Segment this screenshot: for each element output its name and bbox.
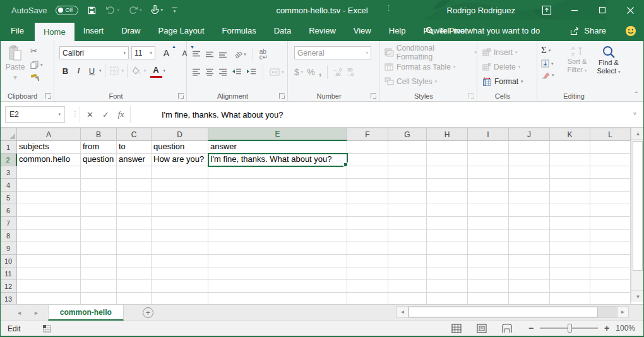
- prev-sheet-arrow[interactable]: ◄: [16, 310, 22, 316]
- cell-K10[interactable]: [550, 255, 590, 267]
- cell-I7[interactable]: [468, 217, 509, 230]
- cell-C4[interactable]: [117, 179, 152, 192]
- cell-E7[interactable]: [208, 217, 347, 230]
- cell-I2[interactable]: [468, 154, 509, 166]
- cell-B2[interactable]: question: [81, 154, 117, 166]
- cell-F5[interactable]: [347, 192, 388, 204]
- cell-C9[interactable]: [117, 242, 152, 255]
- cancel-button[interactable]: ✕: [86, 110, 93, 119]
- cell-H7[interactable]: [427, 217, 468, 230]
- cell-J6[interactable]: [509, 204, 550, 217]
- expand-formula-bar-chevron[interactable]: ˅: [633, 111, 636, 117]
- cell-G6[interactable]: [388, 204, 427, 217]
- cell-F9[interactable]: [347, 242, 388, 255]
- find-select-button[interactable]: Find & Select ▾: [594, 45, 623, 76]
- cell-D4[interactable]: [152, 179, 208, 192]
- cell-H12[interactable]: [427, 280, 468, 293]
- underline-button[interactable]: U: [86, 64, 98, 78]
- cell-F13[interactable]: [347, 293, 388, 304]
- page-layout-view-button[interactable]: [477, 324, 487, 333]
- sheet-tab-common-hello[interactable]: common-hello: [48, 305, 124, 321]
- cell-D9[interactable]: [152, 242, 208, 255]
- cell-H13[interactable]: [427, 293, 468, 304]
- row-header-4[interactable]: 4: [0, 179, 17, 192]
- cell-K2[interactable]: [550, 154, 590, 166]
- cell-K1[interactable]: [550, 141, 590, 154]
- cell-A7[interactable]: [17, 217, 81, 230]
- cell-F2[interactable]: [347, 154, 388, 166]
- row-header-1[interactable]: 1: [0, 141, 17, 154]
- cell-L8[interactable]: [590, 230, 631, 242]
- cell-I13[interactable]: [468, 293, 509, 304]
- paste-button[interactable]: Paste ▾: [4, 45, 27, 92]
- increase-font-size-button[interactable]: A▲: [160, 46, 172, 59]
- feedback-smiley-icon[interactable]: [625, 25, 636, 37]
- cell-I11[interactable]: [468, 267, 509, 280]
- cell-B5[interactable]: [81, 192, 117, 204]
- row-header-5[interactable]: 5: [0, 192, 17, 204]
- align-bottom-icon[interactable]: [218, 51, 227, 58]
- tab-review[interactable]: Review: [300, 20, 345, 41]
- cell-H3[interactable]: [427, 166, 468, 179]
- cell-A10[interactable]: [17, 255, 81, 267]
- tab-insert[interactable]: Insert: [75, 20, 113, 41]
- cell-L4[interactable]: [590, 179, 631, 192]
- increase-decimal-button[interactable]: ←.0.00: [333, 68, 342, 77]
- cell-H8[interactable]: [427, 230, 468, 242]
- cell-H5[interactable]: [427, 192, 468, 204]
- cell-I1[interactable]: [468, 141, 509, 154]
- column-header-E[interactable]: E: [208, 128, 347, 141]
- cell-G12[interactable]: [388, 280, 427, 293]
- orientation-button[interactable]: ab ▾: [234, 51, 246, 58]
- cell-F1[interactable]: [347, 141, 388, 154]
- zoom-slider[interactable]: [540, 328, 598, 329]
- sort-filter-button[interactable]: AZ Sort & Filter ▾: [563, 45, 592, 75]
- tab-file[interactable]: File: [0, 20, 35, 41]
- cell-D13[interactable]: [152, 293, 208, 304]
- cell-G13[interactable]: [388, 293, 427, 304]
- cell-L10[interactable]: [590, 255, 631, 267]
- cell-B7[interactable]: [81, 217, 117, 230]
- cell-A12[interactable]: [17, 280, 81, 293]
- cell-E4[interactable]: [208, 179, 347, 192]
- zoom-in-button[interactable]: +: [604, 323, 609, 333]
- cell-C1[interactable]: to: [117, 141, 152, 154]
- cell-J7[interactable]: [509, 217, 550, 230]
- close-button[interactable]: [616, 0, 644, 20]
- number-dialog-launcher[interactable]: [371, 93, 376, 99]
- cell-A13[interactable]: [17, 293, 81, 304]
- cell-G10[interactable]: [388, 255, 427, 267]
- column-header-B[interactable]: B: [81, 128, 117, 141]
- currency-format-button[interactable]: $▾: [294, 67, 303, 77]
- cell-H2[interactable]: [427, 154, 468, 166]
- conditional-formatting-button[interactable]: Conditional Formatting▾: [379, 45, 477, 59]
- cell-F6[interactable]: [347, 204, 388, 217]
- cut-icon[interactable]: ✂: [30, 46, 43, 56]
- cell-J3[interactable]: [509, 166, 550, 179]
- cell-A4[interactable]: [17, 179, 81, 192]
- cell-A1[interactable]: subjects: [17, 141, 81, 154]
- horizontal-scroll-thumb[interactable]: [408, 307, 598, 317]
- cell-G9[interactable]: [388, 242, 427, 255]
- cell-C8[interactable]: [117, 230, 152, 242]
- cell-I6[interactable]: [468, 204, 509, 217]
- cell-B8[interactable]: [81, 230, 117, 242]
- cell-L5[interactable]: [590, 192, 631, 204]
- scroll-left-arrow[interactable]: ◄: [397, 306, 408, 318]
- cell-C12[interactable]: [117, 280, 152, 293]
- cell-D2[interactable]: How are you?: [152, 154, 208, 166]
- cell-D10[interactable]: [152, 255, 208, 267]
- column-header-I[interactable]: I: [468, 128, 509, 141]
- collapse-ribbon-button[interactable]: ⌃: [634, 90, 639, 97]
- cell-K9[interactable]: [550, 242, 590, 255]
- font-color-button[interactable]: A: [150, 64, 162, 78]
- column-header-L[interactable]: L: [590, 128, 631, 141]
- cell-K3[interactable]: [550, 166, 590, 179]
- decrease-decimal-button[interactable]: .00→.0: [345, 68, 354, 77]
- cell-C5[interactable]: [117, 192, 152, 204]
- cell-G2[interactable]: [388, 154, 427, 166]
- format-cells-button[interactable]: Format▾: [477, 74, 537, 89]
- cell-L6[interactable]: [590, 204, 631, 217]
- cell-F7[interactable]: [347, 217, 388, 230]
- cell-C11[interactable]: [117, 267, 152, 280]
